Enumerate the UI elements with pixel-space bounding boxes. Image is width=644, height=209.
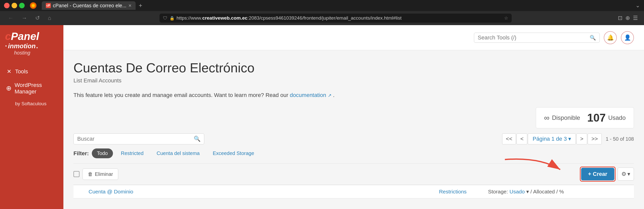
used-stat: 107 Usado: [587, 112, 626, 124]
delete-button[interactable]: 🗑 Eliminar: [83, 169, 118, 180]
extensions-icon[interactable]: ⊡: [618, 15, 622, 21]
disponible-label: Disponible: [552, 114, 580, 121]
create-button-highlight: + Crear: [580, 167, 616, 182]
minimize-button[interactable]: [12, 3, 17, 8]
table-col-account[interactable]: Cuenta @ Dominio: [89, 189, 418, 195]
maximize-button[interactable]: [19, 3, 25, 8]
wordpress-icon: ⊕: [6, 84, 12, 92]
filter-exceeded-storage-button[interactable]: Exceeded Storage: [208, 148, 259, 158]
main-content: 🔍 🔔 👤 Cuentas De Correo Electrónico List…: [63, 25, 644, 209]
window-controls: ⌄: [635, 2, 640, 9]
disponible-stat: ∞ Disponible: [544, 114, 580, 122]
browser-addressbar: ← → ↺ ⌂ 🛡 🔒 https://www.creativeweb.com.…: [0, 11, 644, 25]
browser-titlebar: cP cPanel - Cuentas de correo ele... ✕ +…: [0, 0, 644, 11]
active-tab[interactable]: cP cPanel - Cuentas de correo ele... ✕: [42, 1, 136, 10]
trash-icon: 🗑: [88, 171, 93, 177]
sidebar-item-tools[interactable]: ✕ Tools: [0, 65, 63, 78]
svg-point-2: [32, 4, 34, 7]
toolbar-left: 🔍: [73, 133, 204, 144]
table-header: Cuenta @ Dominio Restrictions Storage: U…: [73, 185, 634, 198]
pagination-next-button[interactable]: >: [576, 133, 587, 144]
new-tab-button[interactable]: +: [137, 1, 144, 10]
page-body: Cuentas De Correo Electrónico List Email…: [63, 50, 644, 203]
stats-row: ∞ Disponible 107 Usado: [73, 107, 634, 128]
gear-icon: ⚙: [621, 171, 626, 177]
filter-todo-button[interactable]: Todo: [92, 148, 113, 158]
actions-row: 🗑 Eliminar: [73, 163, 634, 185]
filter-row: Filter: Todo Restricted Cuenta del siste…: [73, 148, 634, 158]
chevron-down-icon: ▾: [627, 171, 630, 177]
home-button[interactable]: ⌂: [46, 14, 53, 22]
pagination-current-button[interactable]: Página 1 de 3 ▾: [528, 133, 576, 144]
page-title: Cuentas De Correo Electrónico: [73, 60, 634, 75]
toolbar-right: << < Página 1 de 3 ▾ > >> 1 - 50 of 108: [502, 133, 634, 144]
search-submit-button[interactable]: 🔍: [194, 136, 200, 142]
documentation-link[interactable]: documentation ↗: [290, 92, 333, 98]
page-description: This feature lets you create and manage …: [73, 91, 634, 99]
tab-title: cPanel - Cuentas de correo ele...: [53, 3, 126, 9]
user-button[interactable]: 👤: [621, 31, 634, 44]
url-text: https://www.creativeweb.com.ec:2083/cpse…: [177, 15, 502, 21]
sidebar-item-softaculous[interactable]: by Softaculous: [0, 98, 63, 111]
address-bar[interactable]: 🛡 🔒 https://www.creativeweb.com.ec:2083/…: [159, 14, 512, 23]
lock-icon: 🔒: [170, 16, 175, 21]
profile-icon[interactable]: ⊕: [625, 15, 630, 21]
select-all-checkbox[interactable]: [73, 171, 79, 177]
gear-settings-button[interactable]: ⚙ ▾: [618, 168, 634, 181]
shield-icon: 🛡: [163, 16, 168, 21]
stats-box: ∞ Disponible 107 Usado: [536, 107, 634, 128]
table-col-restrictions[interactable]: Restrictions: [418, 189, 488, 195]
bookmark-icon[interactable]: ☆: [504, 15, 508, 21]
pagination-info: 1 - 50 of 108: [606, 136, 634, 142]
actions-right: + Crear ⚙ ▾: [580, 167, 634, 182]
tab-favicon: cP: [46, 3, 51, 8]
back-button[interactable]: ←: [6, 14, 16, 22]
search-box[interactable]: 🔍: [73, 133, 204, 144]
search-tools-box[interactable]: 🔍: [474, 33, 600, 43]
close-button[interactable]: [4, 3, 10, 8]
sidebar: cPanel ·inmotion. hosting ✕ Tools ⊕ Word…: [0, 25, 63, 209]
search-icon: 🔍: [590, 35, 596, 41]
actions-left: 🗑 Eliminar: [73, 169, 118, 180]
browser-actions: ⊡ ⊕ ☰: [618, 15, 638, 21]
pagination-first-button[interactable]: <<: [502, 133, 516, 144]
used-label: Usado: [608, 114, 626, 121]
red-arrow: [500, 154, 570, 180]
pagination-last-button[interactable]: >>: [588, 133, 602, 144]
app-layout: cPanel ·inmotion. hosting ✕ Tools ⊕ Word…: [0, 25, 644, 209]
infinity-icon: ∞: [544, 114, 549, 122]
pagination-group: << < Página 1 de 3 ▾ > >>: [502, 133, 602, 144]
page-subtitle: List Email Accounts: [73, 77, 634, 84]
toolbar-row: 🔍 << < Página 1 de 3 ▾ > >> 1 - 50 o: [73, 133, 634, 144]
filter-cuenta-sistema-button[interactable]: Cuenta del sistema: [152, 148, 205, 158]
menu-icon[interactable]: ☰: [633, 15, 638, 21]
notifications-button[interactable]: 🔔: [604, 31, 617, 44]
traffic-lights: [4, 3, 25, 8]
filter-label: Filter:: [73, 150, 89, 157]
chevron-down-icon: ▾: [568, 136, 571, 142]
tools-icon: ✕: [6, 68, 12, 75]
main-header: 🔍 🔔 👤: [63, 25, 644, 50]
search-input[interactable]: [77, 136, 192, 142]
used-count: 107: [587, 112, 606, 124]
sidebar-item-wordpress[interactable]: ⊕ WordPress Manager: [0, 78, 63, 98]
external-link-icon: ↗: [328, 93, 332, 98]
table-col-storage: Storage: Usado ▾ / Allocated / %: [488, 189, 584, 195]
create-button[interactable]: + Crear: [581, 168, 614, 180]
tabs-bar: cP cPanel - Cuentas de correo ele... ✕ +: [42, 1, 632, 10]
search-tools-input[interactable]: [478, 34, 588, 41]
sidebar-logo: cPanel ·inmotion. hosting: [0, 25, 63, 63]
pagination-prev-button[interactable]: <: [516, 133, 527, 144]
tab-close-icon[interactable]: ✕: [128, 3, 132, 8]
sidebar-nav: ✕ Tools ⊕ WordPress Manager by Softaculo…: [0, 63, 63, 113]
reload-button[interactable]: ↺: [33, 14, 42, 22]
forward-button[interactable]: →: [20, 14, 29, 22]
firefox-icon: [30, 2, 37, 9]
filter-restricted-button[interactable]: Restricted: [116, 148, 149, 158]
browser-chrome: cP cPanel - Cuentas de correo ele... ✕ +…: [0, 0, 644, 25]
